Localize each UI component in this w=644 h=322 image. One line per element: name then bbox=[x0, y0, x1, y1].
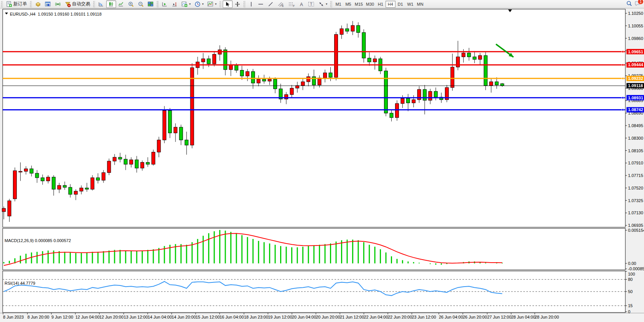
indicators-caret-icon: ▾ bbox=[189, 2, 191, 6]
candle bbox=[384, 71, 387, 113]
timeframe-h1-button[interactable]: H1 bbox=[376, 1, 386, 8]
zoom-in-button[interactable] bbox=[126, 0, 136, 8]
templates-button[interactable]: ▾ bbox=[206, 0, 218, 8]
timeframe-d1-button[interactable]: D1 bbox=[395, 1, 405, 8]
candle bbox=[190, 68, 194, 145]
rsi-axis-tick: 50 bbox=[628, 289, 633, 294]
timeframe-m1-button[interactable]: M1 bbox=[333, 1, 343, 8]
line-anchor-marker[interactable] bbox=[622, 64, 624, 66]
macd-indicator-label: MACD(12,26,9) 0.000085 0.000572 bbox=[5, 238, 71, 243]
candle bbox=[24, 169, 28, 171]
rsi-axis-tick: 15 bbox=[628, 303, 633, 308]
toolbar-grip bbox=[220, 1, 222, 7]
candle bbox=[434, 91, 437, 97]
chat-badge: 1 bbox=[638, 0, 644, 5]
line-anchor-marker[interactable] bbox=[622, 97, 624, 99]
time-axis-label: 22 Jun 04:00 bbox=[364, 315, 388, 319]
candle bbox=[8, 201, 11, 216]
candlestick-chart-button[interactable] bbox=[106, 0, 116, 8]
data-window-icon bbox=[45, 1, 51, 7]
rsi-indicator-label: RSI(14) 44.7779 bbox=[5, 281, 35, 285]
horizontal-line-button[interactable] bbox=[256, 0, 266, 8]
candle bbox=[501, 84, 504, 86]
tile-windows-icon bbox=[148, 1, 154, 7]
price-tag-label: 1.08931 bbox=[628, 96, 643, 100]
macd-axis-tick: 0.00 bbox=[628, 261, 636, 266]
autotrade-icon bbox=[65, 1, 71, 7]
text-label-button[interactable]: T bbox=[306, 0, 316, 8]
vertical-line-button[interactable] bbox=[247, 0, 256, 8]
time-axis-label: 28 Jun 20:00 bbox=[535, 315, 559, 319]
crosshair-button[interactable] bbox=[233, 0, 242, 8]
cursor-button[interactable] bbox=[223, 0, 233, 8]
candle bbox=[57, 185, 61, 189]
time-axis-label: 20 Jun 20:00 bbox=[316, 315, 340, 319]
chart-panel bbox=[3, 9, 625, 227]
zoom-out-button[interactable] bbox=[136, 0, 146, 8]
trendline-icon bbox=[268, 1, 274, 7]
candle bbox=[268, 79, 271, 81]
line-anchor-marker[interactable] bbox=[622, 51, 624, 53]
trendline-button[interactable] bbox=[266, 0, 276, 8]
time-axis-label: 20 Jun 04:00 bbox=[292, 315, 316, 319]
candle bbox=[335, 34, 338, 77]
chart-canvas[interactable]: 1.102501.100551.098601.096651.094701.092… bbox=[0, 8, 644, 322]
rsi-axis-tick: 0 bbox=[628, 309, 630, 314]
candle bbox=[124, 159, 128, 164]
fibonacci-button[interactable]: F bbox=[286, 0, 297, 8]
candle bbox=[395, 104, 399, 118]
candle bbox=[423, 89, 426, 100]
equidistant-channel-button[interactable]: E bbox=[276, 0, 286, 8]
search-icon[interactable] bbox=[626, 0, 632, 8]
cursor-icon bbox=[225, 1, 231, 7]
toolbar: 新订单 自动交易 ▾ bbox=[0, 0, 644, 8]
price-axis-tick: 1.10055 bbox=[628, 24, 643, 28]
text-button[interactable]: A bbox=[297, 0, 306, 8]
autotrade-button[interactable]: 自动交易 bbox=[63, 0, 92, 8]
indicators-button[interactable]: ▾ bbox=[180, 0, 193, 8]
tile-windows-button[interactable] bbox=[146, 0, 156, 8]
svg-text:T: T bbox=[310, 2, 312, 6]
candle bbox=[301, 82, 304, 86]
one-click-expand-icon[interactable] bbox=[5, 13, 8, 14]
rsi-axis-tick: 100 bbox=[628, 272, 635, 276]
signals-button[interactable] bbox=[53, 0, 63, 8]
price-axis-tick: 1.07130 bbox=[628, 210, 643, 215]
timeframe-m15-button[interactable]: M15 bbox=[353, 1, 364, 8]
arrows-button[interactable]: ▾ bbox=[316, 0, 329, 8]
chart-shift-button[interactable] bbox=[170, 0, 180, 8]
candle bbox=[484, 56, 487, 86]
periods-caret-icon: ▾ bbox=[202, 2, 204, 6]
candle bbox=[368, 58, 371, 62]
line-anchor-marker[interactable] bbox=[622, 78, 624, 80]
candle bbox=[307, 77, 310, 81]
candle bbox=[52, 177, 55, 189]
price-axis-tick: 1.10250 bbox=[628, 11, 643, 16]
periods-button[interactable]: ▾ bbox=[193, 0, 206, 8]
new-order-button[interactable]: 新订单 bbox=[4, 0, 29, 8]
time-axis-label: 27 Jun 12:00 bbox=[487, 315, 512, 319]
candle bbox=[473, 57, 476, 59]
time-axis-label: 14 Jun 04:00 bbox=[148, 315, 172, 319]
candle bbox=[290, 88, 293, 95]
candle bbox=[478, 56, 482, 59]
timeframe-m30-button[interactable]: M30 bbox=[364, 1, 375, 8]
candle bbox=[401, 99, 404, 104]
chat-button[interactable]: 1 bbox=[634, 0, 641, 8]
time-axis-label: 12 Jun 20:00 bbox=[99, 315, 124, 319]
timeframe-h4-button[interactable]: H4 bbox=[386, 1, 395, 8]
auto-scroll-button[interactable] bbox=[160, 0, 170, 8]
data-window-button[interactable] bbox=[43, 0, 53, 8]
bar-chart-button[interactable] bbox=[96, 0, 106, 8]
market-watch-button[interactable] bbox=[33, 0, 43, 8]
timeframe-m5-button[interactable]: M5 bbox=[343, 1, 353, 8]
candle bbox=[41, 178, 44, 181]
timeframe-w1-button[interactable]: W1 bbox=[405, 1, 415, 8]
time-axis-label: 18 Jun 23:00 bbox=[244, 315, 268, 319]
line-anchor-marker[interactable] bbox=[622, 109, 624, 111]
candle bbox=[207, 59, 210, 64]
templates-caret-icon: ▾ bbox=[215, 2, 217, 6]
vertical-line-icon bbox=[249, 1, 254, 7]
timeframe-mn-button[interactable]: MN bbox=[415, 1, 425, 8]
line-chart-button[interactable] bbox=[116, 0, 126, 8]
